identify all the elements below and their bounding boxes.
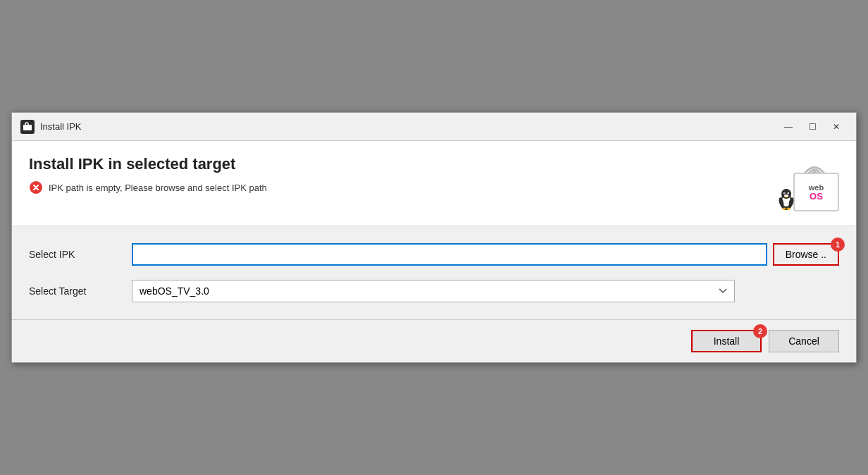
title-bar: Install IPK — ☐ ✕ xyxy=(12,113,856,141)
close-button[interactable]: ✕ xyxy=(825,118,848,135)
select-ipk-label: Select IPK xyxy=(29,249,120,260)
webos-text-web: web xyxy=(809,184,824,192)
webos-text-os: OS xyxy=(810,192,823,201)
page-title: Install IPK in selected target xyxy=(29,155,267,173)
install-badge: 2 xyxy=(753,324,767,338)
svg-rect-0 xyxy=(23,125,32,130)
select-target-dropdown[interactable]: webOS_TV_3.0 webOS_TV_4.0 webOS_TV_5.0 xyxy=(132,280,735,302)
error-row: IPK path is empty, Please browse and sel… xyxy=(29,180,267,195)
form-section: Select IPK Browse .. 1 Select Target web… xyxy=(12,226,856,319)
error-message: IPK path is empty, Please browse and sel… xyxy=(49,183,267,193)
header-section: Install IPK in selected target IPK path … xyxy=(12,141,856,226)
browse-badge: 1 xyxy=(831,238,845,252)
browse-button[interactable]: Browse .. 1 xyxy=(773,243,839,266)
select-target-label: Select Target xyxy=(29,285,120,297)
penguin-icon xyxy=(776,187,797,211)
svg-point-14 xyxy=(783,208,786,210)
select-ipk-input[interactable] xyxy=(132,243,767,266)
maximize-button[interactable]: ☐ xyxy=(801,118,824,135)
webos-tv-box: web OS xyxy=(793,173,839,211)
svg-point-11 xyxy=(786,197,788,198)
select-ipk-row: Select IPK Browse .. 1 xyxy=(29,243,839,266)
app-icon xyxy=(20,120,35,134)
select-ipk-input-group: Browse .. 1 xyxy=(132,243,839,266)
cancel-button[interactable]: Cancel xyxy=(769,330,839,352)
select-target-input-group: webOS_TV_3.0 webOS_TV_4.0 webOS_TV_5.0 xyxy=(132,280,839,302)
svg-point-9 xyxy=(784,192,785,193)
install-ipk-window: Install IPK — ☐ ✕ Install IPK in selecte… xyxy=(11,112,857,363)
minimize-button[interactable]: — xyxy=(777,118,800,135)
select-target-row: Select Target webOS_TV_3.0 webOS_TV_4.0 … xyxy=(29,280,839,302)
error-icon xyxy=(29,180,43,195)
window-title: Install IPK xyxy=(40,121,771,132)
header-content: Install IPK in selected target IPK path … xyxy=(29,155,267,195)
webos-logo: web OS xyxy=(776,155,839,211)
footer-section: Install 2 Cancel xyxy=(12,319,856,362)
svg-point-10 xyxy=(787,192,788,193)
window-controls: — ☐ ✕ xyxy=(777,118,848,135)
svg-point-15 xyxy=(787,208,790,210)
install-button[interactable]: Install 2 xyxy=(691,330,762,352)
